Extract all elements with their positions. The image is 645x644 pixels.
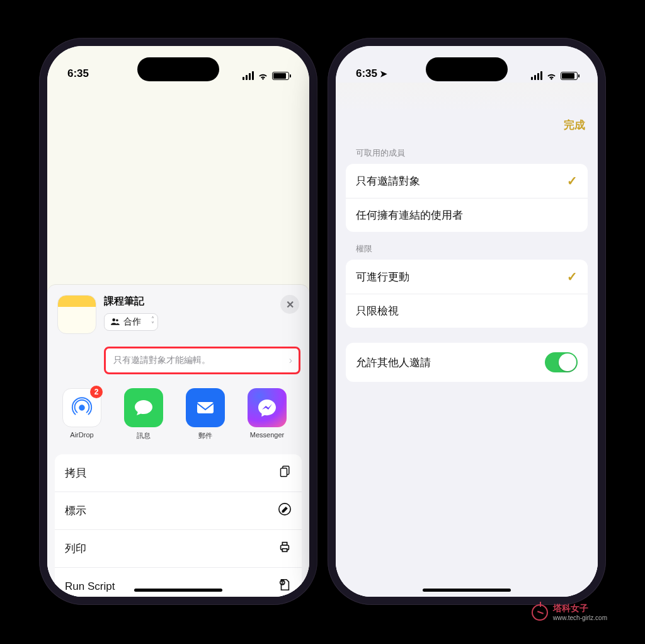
cellular-icon: [243, 72, 254, 80]
chevron-right-icon: ›: [289, 355, 292, 366]
messenger-icon: [248, 388, 287, 427]
messenger-label: Messenger: [250, 431, 284, 439]
svg-rect-8: [197, 402, 214, 413]
status-time: 6:35 ➤: [356, 67, 387, 80]
watermark-logo-icon: [532, 604, 548, 621]
action-print[interactable]: 列印: [55, 529, 302, 567]
cellular-icon: [531, 72, 542, 80]
share-title: 課程筆記: [104, 295, 273, 308]
share-app-messages[interactable]: 訊息: [119, 388, 168, 440]
action-script-label: Run Script: [65, 580, 115, 593]
phone-frame-right: 6:35 ➤ 完成 可取用的成員 只有邀請對象 ✓ 任何擁有連結的使: [328, 38, 606, 605]
section-access-header: 可取用的成員: [336, 136, 598, 164]
svg-rect-10: [281, 468, 287, 476]
home-indicator[interactable]: [134, 589, 222, 592]
airdrop-badge: 2: [90, 386, 103, 398]
mail-label: 郵件: [198, 431, 212, 440]
perm-can-edit-label: 可進行更動: [356, 270, 409, 284]
action-print-label: 列印: [65, 541, 86, 556]
close-icon: ✕: [286, 299, 294, 311]
action-copy[interactable]: 拷貝: [55, 454, 302, 492]
share-sheet: 課程筆記 合作 ˄˅ ✕ 只有邀請對象才能編輯。 ›: [47, 285, 309, 597]
share-permissions-button[interactable]: 只有邀請對象才能編輯。 ›: [104, 347, 300, 374]
phone-frame-left: 6:35 ‹ 所有 iCloud 2023年2月19日 下午6:: [39, 38, 317, 605]
collaborate-label: 合作: [123, 316, 141, 328]
share-app-messenger[interactable]: Messenger: [243, 388, 292, 440]
copy-icon: [279, 464, 292, 481]
watermark: 塔科女子 www.tech-girlz.com: [532, 603, 607, 621]
screen-right: 6:35 ➤ 完成 可取用的成員 只有邀請對象 ✓ 任何擁有連結的使: [336, 46, 598, 597]
checkmark-icon: ✓: [567, 173, 578, 188]
action-markup-label: 標示: [65, 503, 86, 518]
watermark-url: www.tech-girlz.com: [553, 614, 607, 621]
mail-icon: [186, 388, 225, 427]
access-invite-only[interactable]: 只有邀請對象 ✓: [346, 164, 588, 198]
share-options-modal: 完成 可取用的成員 只有邀請對象 ✓ 任何擁有連結的使用者 權限 可進行更動 ✓: [336, 109, 598, 597]
done-button[interactable]: 完成: [564, 118, 585, 132]
markup-icon: [278, 502, 292, 519]
allow-others-invite[interactable]: 允許其他人邀請: [346, 343, 588, 382]
access-anyone-link-label: 任何擁有連結的使用者: [356, 208, 463, 222]
access-anyone-link[interactable]: 任何擁有連結的使用者: [346, 198, 588, 232]
wifi-icon: [258, 72, 268, 80]
share-apps-row: 2 AirDrop 訊息 郵件: [47, 374, 309, 448]
collaborate-picker[interactable]: 合作 ˄˅: [104, 313, 158, 331]
action-copy-label: 拷貝: [65, 466, 86, 480]
share-actions: 拷貝 標示 列印 Ru: [55, 454, 302, 597]
dynamic-island: [137, 57, 219, 81]
people-icon: [111, 317, 120, 327]
share-permissions-label: 只有邀請對象才能編輯。: [113, 355, 210, 365]
svg-point-7: [79, 405, 84, 410]
svg-point-5: [112, 318, 115, 321]
perm-view-only[interactable]: 只限檢視: [346, 294, 588, 328]
toggle-switch[interactable]: [545, 352, 578, 372]
share-app-mail[interactable]: 郵件: [181, 388, 230, 440]
access-invite-only-label: 只有邀請對象: [356, 174, 420, 188]
share-app-airdrop[interactable]: 2 AirDrop: [57, 388, 106, 440]
close-button[interactable]: ✕: [280, 295, 299, 314]
battery-icon: [561, 72, 578, 80]
section-permission-header: 權限: [336, 232, 598, 260]
script-icon: [278, 578, 292, 595]
airdrop-label: AirDrop: [70, 431, 93, 439]
messages-label: 訊息: [137, 431, 151, 440]
checkmark-icon: ✓: [567, 269, 578, 284]
perm-can-edit[interactable]: 可進行更動 ✓: [346, 260, 588, 294]
action-run-script[interactable]: Run Script: [55, 567, 302, 597]
wifi-icon: [546, 72, 557, 80]
svg-rect-14: [282, 549, 287, 552]
messages-icon: [124, 388, 163, 427]
allow-others-label: 允許其他人邀請: [356, 355, 431, 370]
allow-others-group: 允許其他人邀請: [346, 343, 588, 382]
print-icon: [278, 540, 292, 557]
action-markup[interactable]: 標示: [55, 492, 302, 529]
dynamic-island: [426, 57, 508, 81]
permission-group: 可進行更動 ✓ 只限檢視: [346, 260, 588, 328]
perm-view-only-label: 只限檢視: [356, 304, 399, 318]
home-indicator[interactable]: [423, 589, 511, 592]
screen-left: 6:35 ‹ 所有 iCloud 2023年2月19日 下午6:: [47, 46, 309, 597]
svg-rect-13: [282, 543, 287, 546]
notes-app-icon: [57, 295, 96, 334]
chevron-updown-icon: ˄˅: [151, 317, 152, 327]
status-time: 6:35: [67, 67, 89, 80]
location-icon: ➤: [380, 69, 387, 79]
watermark-brand: 塔科女子: [553, 603, 588, 613]
svg-point-6: [116, 319, 118, 322]
access-group: 只有邀請對象 ✓ 任何擁有連結的使用者: [346, 164, 588, 232]
battery-icon: [272, 72, 289, 80]
